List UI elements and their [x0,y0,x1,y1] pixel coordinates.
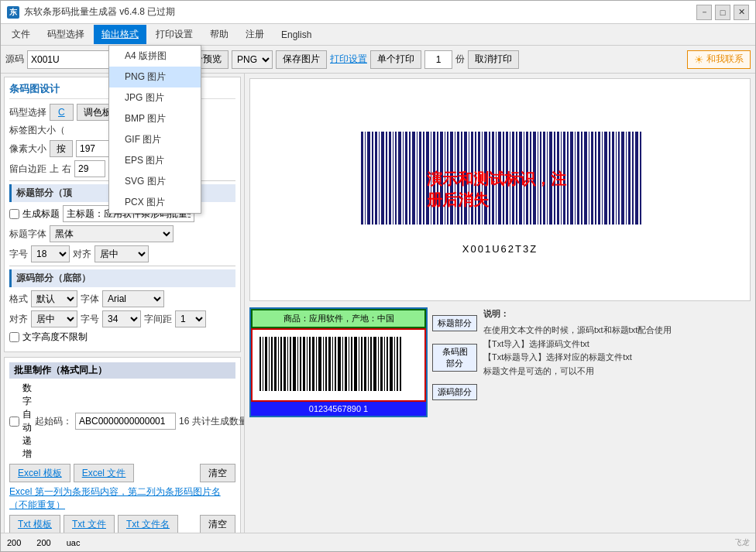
maximize-button[interactable]: □ [715,5,730,20]
dropdown-eps[interactable]: EPS 图片 [109,150,201,171]
svg-rect-98 [307,337,308,391]
copies-unit: 份 [455,53,465,66]
pixel-btn[interactable]: 按 [50,140,73,157]
dropdown-pcx[interactable]: PCX 图片 [109,192,201,213]
close-button[interactable]: ✕ [734,5,749,20]
dropdown-gif[interactable]: GIF 图片 [109,129,201,150]
label-title: 标题部分 [432,315,477,331]
svg-rect-80 [635,132,638,225]
txt-template-button[interactable]: Txt 模板 [9,515,60,533]
svg-rect-124 [390,337,393,391]
svg-rect-65 [584,132,587,225]
status-bar: 200 200 uac 飞龙 [1,533,755,551]
svg-rect-11 [398,132,401,225]
align-select[interactable]: 居中 [94,245,149,262]
barcode-svg [353,124,648,240]
status-size1: 200 [7,538,21,547]
svg-rect-94 [293,337,296,391]
font-size2-select[interactable]: 34 [102,310,141,327]
auto-increment-check[interactable] [9,417,19,427]
menu-english[interactable]: English [273,26,319,43]
menu-help[interactable]: 帮助 [202,25,236,44]
title-font-select[interactable]: 黑体 [50,225,174,242]
margin-right-label: 右 [62,163,71,176]
svg-rect-111 [349,337,349,391]
menu-register[interactable]: 注册 [238,25,272,44]
svg-rect-121 [380,337,383,391]
font-size2-label: 字号 [81,313,99,326]
source-font-select[interactable]: Arial [102,290,164,307]
preview-header: 商品：应用软件，产地：中国 [251,309,426,328]
svg-rect-5 [379,132,380,225]
copies-input[interactable] [424,50,452,69]
dropdown-png[interactable]: PNG 图片 [109,67,201,87]
label-source: 源码部分 [432,384,477,400]
save-button[interactable]: 保存图片 [276,50,327,69]
txt-file-button[interactable]: Txt 文件 [64,515,115,533]
format2-select[interactable]: 默认 [31,290,77,307]
excel-note[interactable]: Excel 第一列为条形码内容，第二列为条形码图片名（不能重复） [9,485,235,512]
txt-filename-button[interactable]: Txt 文件名 [118,515,178,533]
print-settings-link[interactable]: 打印设置 [330,53,367,66]
svg-rect-40 [498,132,501,225]
menu-output[interactable]: 输出格式 [94,25,146,44]
svg-rect-22 [437,132,438,225]
menu-file[interactable]: 文件 [4,25,38,44]
instruction-title: 说明： [483,307,751,321]
type-tab-c[interactable]: C [50,104,74,121]
svg-rect-61 [570,132,573,225]
svg-rect-87 [271,337,273,391]
svg-rect-100 [312,337,314,391]
margin-top-label: 上 [50,163,59,176]
menu-print[interactable]: 打印设置 [148,25,201,44]
svg-rect-66 [589,132,589,225]
dropdown-bmp[interactable]: BMP 图片 [109,108,201,129]
svg-rect-118 [370,337,372,391]
excel-template-button[interactable]: Excel 模板 [9,464,70,482]
cancel-print-button[interactable]: 取消打印 [468,50,519,69]
svg-rect-57 [557,132,559,225]
svg-rect-93 [290,337,291,391]
unlimited-height-checkbox[interactable]: 文字高度不限制 [9,331,88,344]
svg-rect-48 [526,132,528,225]
svg-rect-90 [280,337,282,391]
svg-rect-105 [328,337,331,391]
contact-button[interactable]: ☀ 和我联系 [687,50,751,69]
svg-rect-46 [519,132,522,225]
svg-rect-116 [364,337,366,391]
clear-btn2[interactable]: 清空 [200,515,235,533]
spacing-select[interactable]: 1 [175,310,206,327]
unlimited-height-check[interactable] [9,332,19,342]
start-code-input[interactable] [75,413,176,430]
single-print-button[interactable]: 单个打印 [370,50,421,69]
svg-rect-89 [278,337,279,391]
svg-rect-120 [378,337,379,391]
auto-increment-checkbox[interactable]: 数字自动递增 [9,382,32,461]
gen-title-checkbox[interactable]: 生成标题 [9,207,60,221]
menu-type[interactable]: 码型选择 [40,25,92,44]
minimize-button[interactable]: － [696,5,712,20]
svg-rect-91 [284,337,286,391]
source-section-header: 源码部分（底部） [9,269,235,287]
main-window: 东 东软条形码批量生成器 v6.4.8 已过期 － □ ✕ 文件 码型选择 输出… [0,0,756,552]
align2-select[interactable]: 居中 [31,310,77,327]
font-size-select[interactable]: 18 [31,245,70,262]
margin-right-input[interactable] [74,160,105,177]
gen-title-check[interactable] [9,209,19,219]
dropdown-a4[interactable]: A4 版拼图 [109,46,201,67]
svg-rect-4 [375,132,377,225]
clear-btn1[interactable]: 清空 [200,464,235,482]
format-select[interactable]: PNG [232,50,273,69]
dropdown-svg[interactable]: SVG 图片 [109,171,201,192]
status-mode: uac [67,538,81,547]
svg-rect-108 [338,337,341,391]
svg-rect-47 [524,132,524,225]
title-bar: 东 东软条形码批量生成器 v6.4.8 已过期 － □ ✕ [1,1,755,24]
dropdown-jpg[interactable]: JPG 图片 [109,87,201,108]
batch-section: 批里制作（格式同上） 数字自动递增 起始码： 16 共计生成数量 Excel 模… [4,357,241,533]
svg-rect-117 [368,337,369,391]
svg-rect-41 [503,132,504,225]
svg-rect-6 [381,132,384,225]
instruction-line2: 【Txt导入】选择源码文件txt [483,338,751,351]
excel-file-button[interactable]: Excel 文件 [74,464,135,482]
